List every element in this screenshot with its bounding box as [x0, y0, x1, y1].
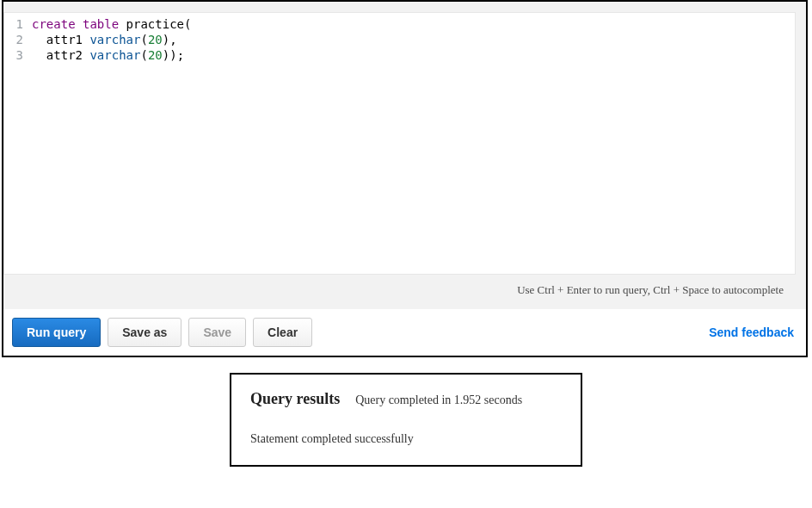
editor-wrap: 123 create table practice( attr1 varchar…: [3, 2, 806, 309]
line-gutter: 123: [4, 13, 28, 274]
editor-hint: Use Ctrl + Enter to run query, Ctrl + Sp…: [3, 275, 796, 309]
save-as-button[interactable]: Save as: [108, 318, 181, 347]
send-feedback-link[interactable]: Send feedback: [709, 325, 797, 339]
code-line[interactable]: create table practice(: [32, 16, 191, 32]
results-meta: Query completed in 1.952 seconds: [355, 393, 522, 407]
line-number: 3: [11, 47, 23, 63]
clear-button[interactable]: Clear: [253, 318, 312, 347]
code-line[interactable]: attr2 varchar(20));: [32, 47, 191, 63]
results-status: Statement completed successfully: [250, 432, 563, 446]
results-title: Query results: [250, 390, 340, 408]
code-area[interactable]: create table practice( attr1 varchar(20)…: [28, 13, 198, 274]
query-editor-panel: 123 create table practice( attr1 varchar…: [2, 0, 808, 357]
editor-toolbar: Run query Save as Save Clear Send feedba…: [3, 309, 806, 356]
line-number: 1: [11, 16, 23, 32]
results-header: Query results Query completed in 1.952 s…: [250, 390, 563, 408]
code-editor[interactable]: 123 create table practice( attr1 varchar…: [3, 12, 796, 275]
query-results-panel: Query results Query completed in 1.952 s…: [230, 373, 582, 467]
save-button: Save: [188, 318, 246, 347]
run-query-button[interactable]: Run query: [12, 318, 101, 347]
line-number: 2: [11, 32, 23, 47]
code-line[interactable]: attr1 varchar(20),: [32, 32, 191, 47]
